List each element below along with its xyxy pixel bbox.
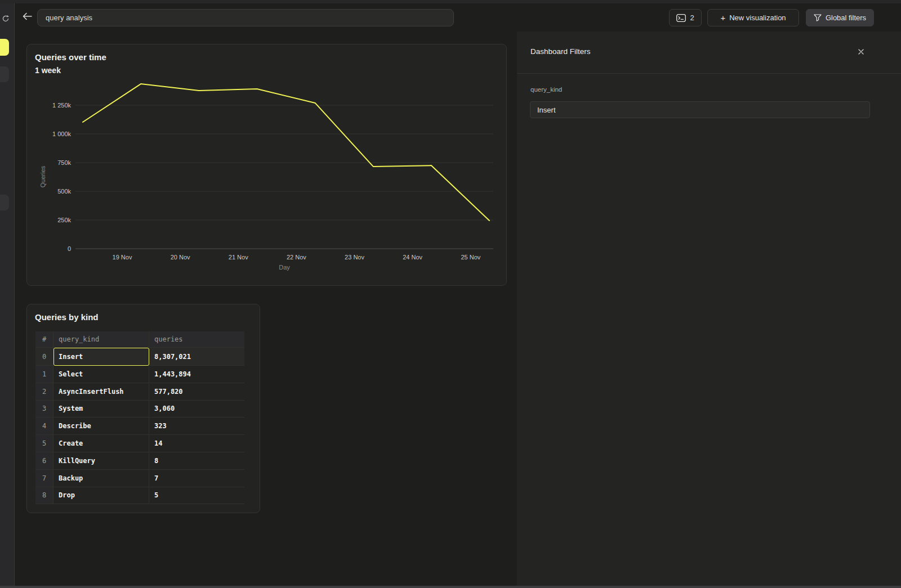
dashboard-title-input[interactable] bbox=[37, 9, 454, 26]
table-row: 7Backup7 bbox=[35, 470, 244, 487]
table-row: 6KillQuery8 bbox=[35, 452, 244, 470]
global-filters-label: Global filters bbox=[826, 14, 866, 22]
row-index-cell[interactable]: 6 bbox=[35, 452, 53, 470]
bottom-edge-strip bbox=[0, 586, 901, 588]
queries-cell[interactable]: 8,307,021 bbox=[149, 348, 244, 366]
line-chart[interactable]: 0250k500k750k1 000k1 250k19 Nov20 Nov21 … bbox=[27, 44, 506, 285]
queries-cell[interactable]: 3,060 bbox=[149, 401, 244, 418]
line-series-queries bbox=[83, 84, 489, 221]
left-sidebar bbox=[0, 3, 15, 586]
x-tick-label: 22 Nov bbox=[274, 253, 319, 261]
sidebar-item[interactable] bbox=[0, 66, 9, 82]
column-header-query_kind[interactable]: query_kind bbox=[53, 331, 149, 348]
queries-cell[interactable]: 5 bbox=[149, 487, 244, 505]
x-tick-label: 20 Nov bbox=[158, 253, 203, 261]
queries-cell[interactable]: 14 bbox=[149, 435, 244, 452]
row-index-cell[interactable]: 7 bbox=[35, 470, 53, 487]
x-tick-label: 19 Nov bbox=[100, 253, 145, 261]
query-kind-cell[interactable]: Create bbox=[53, 435, 149, 452]
filters-panel-header: Dashboard Filters bbox=[517, 32, 901, 74]
queries-cell[interactable]: 8 bbox=[149, 452, 244, 470]
x-tick-label: 21 Nov bbox=[216, 253, 261, 261]
table-row: 2AsyncInsertFlush577,820 bbox=[35, 383, 244, 401]
column-header-index[interactable]: # bbox=[35, 331, 53, 348]
row-index-cell[interactable]: 8 bbox=[35, 487, 53, 505]
new-visualization-label: New visualization bbox=[729, 14, 786, 22]
query-kind-cell[interactable]: Describe bbox=[53, 418, 149, 435]
table-tile: Queries by kind #query_kindqueries0Inser… bbox=[26, 304, 260, 513]
console-count: 2 bbox=[690, 14, 694, 22]
funnel-icon bbox=[814, 14, 822, 21]
queries-cell[interactable]: 323 bbox=[149, 418, 244, 435]
query-kind-cell[interactable]: Backup bbox=[53, 470, 149, 487]
filters-panel-title: Dashboard Filters bbox=[530, 47, 591, 56]
sidebar-item-active[interactable] bbox=[0, 39, 9, 56]
row-index-cell[interactable]: 4 bbox=[35, 418, 53, 435]
y-tick-label: 750k bbox=[27, 159, 71, 167]
query-kind-cell[interactable]: KillQuery bbox=[53, 452, 149, 470]
terminal-icon bbox=[676, 14, 686, 22]
y-tick-label: 1 250k bbox=[27, 101, 71, 109]
row-index-cell[interactable]: 3 bbox=[35, 401, 53, 418]
back-button[interactable] bbox=[20, 10, 34, 25]
table-row: 8Drop5 bbox=[35, 487, 244, 505]
plus-icon: + bbox=[720, 13, 725, 23]
table-header-row: #query_kindqueries bbox=[35, 331, 244, 348]
y-tick-label: 1 000k bbox=[27, 130, 71, 138]
chart-canvas[interactable] bbox=[27, 44, 506, 285]
row-index-cell[interactable]: 1 bbox=[35, 366, 53, 383]
table-row: 3System3,060 bbox=[35, 401, 244, 418]
toolbar: 2 + New visualization Global filters bbox=[0, 3, 901, 32]
sidebar-item[interactable] bbox=[0, 195, 9, 210]
x-tick-label: 23 Nov bbox=[332, 253, 377, 261]
refresh-icon[interactable] bbox=[2, 15, 10, 23]
query-kind-cell[interactable]: Insert bbox=[53, 348, 149, 366]
close-icon bbox=[858, 49, 864, 55]
new-visualization-button[interactable]: + New visualization bbox=[707, 9, 799, 26]
queries-table: #query_kindqueries0Insert8,307,0211Selec… bbox=[35, 331, 244, 504]
x-tick-label: 25 Nov bbox=[448, 253, 493, 261]
table-row: 0Insert8,307,021 bbox=[35, 348, 244, 366]
x-axis-title: Day bbox=[262, 263, 307, 271]
column-header-queries[interactable]: queries bbox=[149, 331, 244, 348]
queries-cell[interactable]: 577,820 bbox=[149, 383, 244, 401]
y-tick-label: 0 bbox=[27, 245, 71, 253]
close-button[interactable] bbox=[855, 46, 867, 59]
arrow-left-icon bbox=[23, 12, 32, 20]
row-index-cell[interactable]: 5 bbox=[35, 435, 53, 452]
y-tick-label: 250k bbox=[27, 216, 71, 224]
row-index-cell[interactable]: 2 bbox=[35, 383, 53, 401]
queries-cell[interactable]: 1,443,894 bbox=[149, 366, 244, 383]
query-kind-cell[interactable]: Select bbox=[53, 366, 149, 383]
table-row: 5Create14 bbox=[35, 435, 244, 452]
dashboard-filters-panel: Dashboard Filters query_kind bbox=[517, 32, 901, 588]
query-kind-cell[interactable]: Drop bbox=[53, 487, 149, 505]
chart-tile: Queries over time 1 week 0250k500k750k1 … bbox=[26, 44, 507, 286]
table-title: Queries by kind bbox=[35, 312, 99, 322]
x-tick-label: 24 Nov bbox=[390, 253, 435, 261]
console-count-button[interactable]: 2 bbox=[669, 9, 702, 26]
queries-cell[interactable]: 7 bbox=[149, 470, 244, 487]
table-row: 4Describe323 bbox=[35, 418, 244, 435]
y-tick-label: 500k bbox=[27, 187, 71, 195]
query-kind-cell[interactable]: System bbox=[53, 401, 149, 418]
query-kind-cell[interactable]: AsyncInsertFlush bbox=[53, 383, 149, 401]
filter-field-label: query_kind bbox=[530, 86, 562, 93]
y-axis-title: Queries bbox=[39, 154, 47, 199]
query-kind-filter-input[interactable] bbox=[530, 101, 870, 118]
global-filters-button[interactable]: Global filters bbox=[806, 9, 874, 26]
row-index-cell[interactable]: 0 bbox=[35, 348, 53, 366]
table-row: 1Select1,443,894 bbox=[35, 366, 244, 383]
